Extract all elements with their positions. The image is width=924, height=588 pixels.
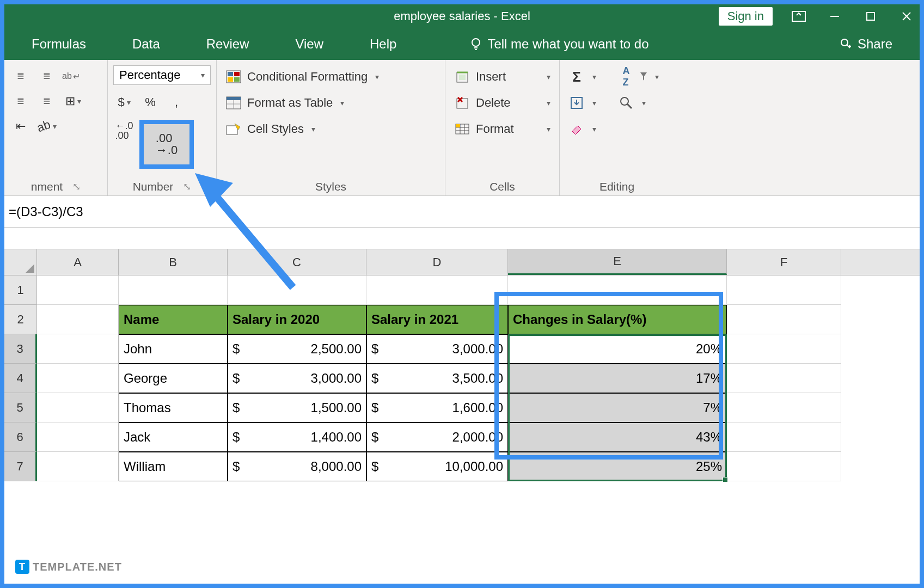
table-header[interactable]: Name [119, 305, 228, 334]
minimize-icon[interactable] [825, 7, 845, 26]
align-left-icon[interactable]: ≡ [10, 90, 32, 112]
increase-decimal-button[interactable]: ←.0.00 [113, 120, 135, 142]
spreadsheet-grid[interactable]: A B C D E F 1 2 3 4 5 6 7 [4, 249, 920, 481]
cell[interactable] [37, 393, 119, 422]
col-header-d[interactable]: D [366, 249, 508, 275]
tab-help[interactable]: Help [370, 36, 396, 52]
row-header-1[interactable]: 1 [4, 275, 37, 305]
table-cell-selected[interactable]: 43% [508, 422, 727, 452]
decrease-decimal-button[interactable]: .00→.0 [148, 128, 185, 160]
col-header-f[interactable]: F [727, 249, 841, 275]
conditional-formatting-button[interactable]: Conditional Formatting▾ [222, 68, 439, 86]
format-button[interactable]: Format ▾ [451, 120, 554, 138]
find-select-button[interactable]: ▾ [615, 94, 649, 112]
col-header-a[interactable]: A [37, 249, 119, 275]
number-format-combo[interactable]: Percentage ▾ [113, 65, 211, 85]
col-header-c[interactable]: C [228, 249, 366, 275]
cells-area[interactable]: Name Salary in 2020 Salary in 2021 Chang… [37, 275, 920, 481]
fill-button[interactable]: ▾ [565, 94, 599, 112]
row-header-4[interactable]: 4 [4, 364, 37, 393]
cell[interactable] [508, 275, 727, 305]
cell[interactable] [727, 393, 841, 422]
ribbon-tabs: Formulas Data Review View Help Tell me w… [4, 28, 920, 60]
table-cell[interactable]: $1,500.00 [228, 393, 366, 422]
table-cell-selected[interactable]: 20% [508, 334, 727, 364]
row-header-2[interactable]: 2 [4, 305, 37, 334]
close-icon[interactable] [897, 7, 916, 26]
formula-bar[interactable]: =(D3-C3)/C3 [4, 196, 920, 228]
row-header-7[interactable]: 7 [4, 452, 37, 481]
comma-button[interactable]: , [166, 91, 187, 113]
select-all-button[interactable] [4, 249, 37, 275]
tell-me-search[interactable]: Tell me what you want to do [470, 36, 648, 52]
cell[interactable] [727, 305, 841, 334]
cell[interactable] [37, 452, 119, 481]
cell[interactable] [727, 334, 841, 364]
autosum-button[interactable]: Σ▾ [565, 68, 599, 86]
table-cell-selected[interactable]: 25% [508, 452, 727, 481]
format-as-table-button[interactable]: Format as Table▾ [222, 94, 439, 112]
align-bottom-icon[interactable]: ≡ [36, 65, 58, 87]
cell[interactable] [37, 364, 119, 393]
cell[interactable] [119, 275, 228, 305]
table-cell[interactable]: $3,500.00 [366, 364, 508, 393]
table-header[interactable]: Changes in Salary(%) [508, 305, 727, 334]
align-middle-icon[interactable]: ≡ [10, 65, 32, 87]
table-cell[interactable]: $8,000.00 [228, 452, 366, 481]
col-header-e[interactable]: E [508, 249, 727, 275]
tab-view[interactable]: View [295, 36, 323, 52]
table-cell-selected[interactable]: 17% [508, 364, 727, 393]
decrease-indent-icon[interactable]: ⇤ [10, 115, 32, 137]
cell[interactable] [37, 334, 119, 364]
row-header-5[interactable]: 5 [4, 393, 37, 422]
align-center-icon[interactable]: ≡ [36, 90, 58, 112]
sign-in-button[interactable]: Sign in [719, 7, 773, 26]
wrap-text-icon[interactable]: ab↵ [62, 71, 80, 82]
table-cell[interactable]: William [119, 452, 228, 481]
cell[interactable] [37, 422, 119, 452]
insert-button[interactable]: Insert ▾ [451, 68, 554, 86]
cell[interactable] [727, 275, 841, 305]
clear-button[interactable]: ▾ [565, 120, 599, 138]
maximize-icon[interactable] [861, 7, 880, 26]
table-cell-selected[interactable]: 7% [508, 393, 727, 422]
cell[interactable] [727, 452, 841, 481]
share-button[interactable]: Share [839, 36, 892, 52]
table-cell[interactable]: $3,000.00 [228, 364, 366, 393]
table-cell[interactable]: $2,000.00 [366, 422, 508, 452]
cell[interactable] [37, 275, 119, 305]
tab-data[interactable]: Data [132, 36, 160, 52]
delete-button[interactable]: Delete ▾ [451, 94, 554, 112]
sort-filter-button[interactable]: AZ ▾ [615, 68, 662, 86]
cell-styles-button[interactable]: Cell Styles▾ [222, 120, 439, 138]
tab-formulas[interactable]: Formulas [32, 36, 86, 52]
tab-review[interactable]: Review [206, 36, 249, 52]
cell[interactable] [727, 422, 841, 452]
table-cell[interactable]: Thomas [119, 393, 228, 422]
table-cell[interactable]: John [119, 334, 228, 364]
cell[interactable] [366, 275, 508, 305]
table-cell[interactable]: $1,600.00 [366, 393, 508, 422]
cell[interactable] [228, 275, 366, 305]
cell[interactable] [727, 364, 841, 393]
percent-button[interactable]: % [139, 91, 161, 113]
orientation-icon[interactable]: ab▾ [36, 115, 58, 137]
table-cell[interactable]: $3,000.00 [366, 334, 508, 364]
number-launcher-icon[interactable]: ⤡ [183, 181, 191, 193]
watermark-logo: T [15, 560, 29, 574]
table-header[interactable]: Salary in 2020 [228, 305, 366, 334]
alignment-launcher-icon[interactable]: ⤡ [72, 181, 81, 193]
row-header-3[interactable]: 3 [4, 334, 37, 364]
ribbon-options-icon[interactable] [789, 7, 809, 26]
table-cell[interactable]: Jack [119, 422, 228, 452]
table-cell[interactable]: $10,000.00 [366, 452, 508, 481]
table-header[interactable]: Salary in 2021 [366, 305, 508, 334]
table-cell[interactable]: $1,400.00 [228, 422, 366, 452]
cell[interactable] [37, 305, 119, 334]
table-cell[interactable]: $2,500.00 [228, 334, 366, 364]
merge-icon[interactable]: ⊞▾ [62, 90, 84, 112]
currency-button[interactable]: $▾ [113, 91, 135, 113]
col-header-b[interactable]: B [119, 249, 228, 275]
row-header-6[interactable]: 6 [4, 422, 37, 452]
table-cell[interactable]: George [119, 364, 228, 393]
